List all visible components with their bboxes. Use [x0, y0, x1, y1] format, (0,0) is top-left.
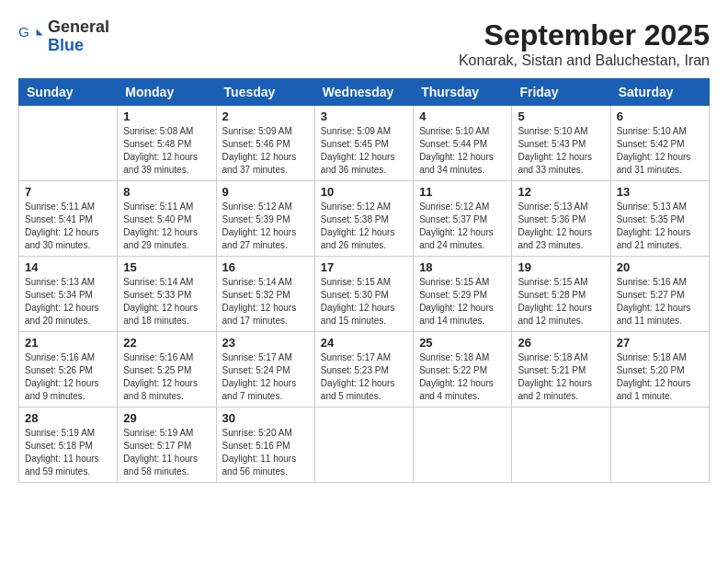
day-info: Sunrise: 5:12 AM Sunset: 5:37 PM Dayligh… [419, 201, 506, 252]
calendar-cell: 11Sunrise: 5:12 AM Sunset: 5:37 PM Dayli… [414, 181, 512, 257]
day-number: 6 [617, 109, 703, 123]
calendar-cell: 22Sunrise: 5:16 AM Sunset: 5:25 PM Dayli… [118, 332, 216, 408]
day-number: 24 [321, 336, 407, 350]
calendar-cell [314, 408, 413, 483]
day-number: 20 [617, 260, 703, 274]
day-info: Sunrise: 5:14 AM Sunset: 5:32 PM Dayligh… [222, 276, 309, 327]
day-info: Sunrise: 5:12 AM Sunset: 5:38 PM Dayligh… [321, 201, 407, 252]
day-info: Sunrise: 5:19 AM Sunset: 5:18 PM Dayligh… [25, 427, 111, 478]
calendar-cell: 27Sunrise: 5:18 AM Sunset: 5:20 PM Dayli… [610, 332, 709, 408]
day-number: 25 [419, 336, 506, 350]
day-number: 19 [518, 260, 604, 274]
calendar-cell: 1Sunrise: 5:08 AM Sunset: 5:48 PM Daylig… [118, 106, 216, 181]
logo-general: General [48, 18, 109, 37]
day-info: Sunrise: 5:18 AM Sunset: 5:22 PM Dayligh… [419, 351, 506, 403]
day-info: Sunrise: 5:16 AM Sunset: 5:26 PM Dayligh… [25, 351, 111, 403]
day-info: Sunrise: 5:13 AM Sunset: 5:35 PM Dayligh… [617, 201, 703, 252]
day-info: Sunrise: 5:10 AM Sunset: 5:44 PM Dayligh… [419, 125, 506, 177]
logo-text: General Blue [48, 18, 109, 55]
day-info: Sunrise: 5:16 AM Sunset: 5:25 PM Dayligh… [123, 351, 210, 403]
weekday-header-monday: Monday [118, 79, 216, 106]
calendar-cell: 8Sunrise: 5:11 AM Sunset: 5:40 PM Daylig… [118, 181, 216, 257]
day-number: 29 [123, 411, 210, 425]
calendar-cell: 21Sunrise: 5:16 AM Sunset: 5:26 PM Dayli… [19, 332, 118, 408]
calendar-cell: 25Sunrise: 5:18 AM Sunset: 5:22 PM Dayli… [414, 332, 512, 408]
day-info: Sunrise: 5:14 AM Sunset: 5:33 PM Dayligh… [123, 276, 210, 327]
day-number: 26 [518, 336, 604, 350]
calendar-cell [512, 408, 610, 483]
weekday-header-sunday: Sunday [19, 79, 118, 106]
weekday-header-wednesday: Wednesday [314, 79, 413, 106]
logo-blue: Blue [48, 37, 109, 55]
week-row-5: 28Sunrise: 5:19 AM Sunset: 5:18 PM Dayli… [19, 408, 710, 483]
day-number: 22 [123, 336, 210, 350]
weekday-header-tuesday: Tuesday [216, 79, 314, 106]
week-row-2: 7Sunrise: 5:11 AM Sunset: 5:41 PM Daylig… [19, 181, 710, 257]
day-number: 11 [419, 185, 506, 199]
day-number: 30 [222, 411, 309, 425]
day-number: 2 [222, 109, 309, 123]
calendar-cell: 24Sunrise: 5:17 AM Sunset: 5:23 PM Dayli… [314, 332, 413, 408]
weekday-header-friday: Friday [512, 79, 610, 106]
day-number: 5 [518, 109, 604, 123]
day-number: 18 [419, 260, 506, 274]
day-number: 14 [25, 260, 111, 274]
calendar-cell: 13Sunrise: 5:13 AM Sunset: 5:35 PM Dayli… [610, 181, 709, 257]
day-number: 7 [25, 185, 111, 199]
calendar-cell: 3Sunrise: 5:09 AM Sunset: 5:45 PM Daylig… [314, 106, 413, 181]
day-number: 27 [617, 336, 703, 350]
calendar-cell: 9Sunrise: 5:12 AM Sunset: 5:39 PM Daylig… [216, 181, 314, 257]
calendar-cell: 14Sunrise: 5:13 AM Sunset: 5:34 PM Dayli… [19, 257, 118, 332]
day-number: 10 [321, 185, 407, 199]
day-number: 12 [518, 185, 604, 199]
calendar-table: SundayMondayTuesdayWednesdayThursdayFrid… [18, 78, 710, 483]
page-header: G General Blue September 2025 Konarak, S… [18, 18, 710, 69]
day-info: Sunrise: 5:10 AM Sunset: 5:42 PM Dayligh… [617, 125, 703, 177]
day-number: 16 [222, 260, 309, 274]
day-info: Sunrise: 5:08 AM Sunset: 5:48 PM Dayligh… [123, 125, 210, 177]
day-number: 23 [222, 336, 309, 350]
day-number: 17 [321, 260, 407, 274]
month-title: September 2025 [459, 18, 710, 52]
day-info: Sunrise: 5:09 AM Sunset: 5:46 PM Dayligh… [222, 125, 309, 177]
day-number: 8 [123, 185, 210, 199]
day-info: Sunrise: 5:17 AM Sunset: 5:24 PM Dayligh… [222, 351, 309, 403]
day-info: Sunrise: 5:10 AM Sunset: 5:43 PM Dayligh… [518, 125, 604, 177]
calendar-cell: 17Sunrise: 5:15 AM Sunset: 5:30 PM Dayli… [314, 257, 413, 332]
week-row-1: 1Sunrise: 5:08 AM Sunset: 5:48 PM Daylig… [19, 106, 710, 181]
day-info: Sunrise: 5:12 AM Sunset: 5:39 PM Dayligh… [222, 201, 309, 252]
calendar-cell: 18Sunrise: 5:15 AM Sunset: 5:29 PM Dayli… [414, 257, 512, 332]
calendar-cell: 12Sunrise: 5:13 AM Sunset: 5:36 PM Dayli… [512, 181, 610, 257]
day-info: Sunrise: 5:15 AM Sunset: 5:30 PM Dayligh… [321, 276, 407, 327]
logo: G General Blue [18, 18, 109, 55]
calendar-cell: 16Sunrise: 5:14 AM Sunset: 5:32 PM Dayli… [216, 257, 314, 332]
weekday-header-row: SundayMondayTuesdayWednesdayThursdayFrid… [19, 79, 710, 106]
day-info: Sunrise: 5:16 AM Sunset: 5:27 PM Dayligh… [617, 276, 703, 327]
calendar-cell: 6Sunrise: 5:10 AM Sunset: 5:42 PM Daylig… [610, 106, 709, 181]
calendar-cell [19, 106, 118, 181]
weekday-header-thursday: Thursday [414, 79, 512, 106]
day-info: Sunrise: 5:18 AM Sunset: 5:20 PM Dayligh… [617, 351, 703, 403]
svg-text:G: G [18, 24, 29, 40]
day-info: Sunrise: 5:13 AM Sunset: 5:36 PM Dayligh… [518, 201, 604, 252]
calendar-cell: 2Sunrise: 5:09 AM Sunset: 5:46 PM Daylig… [216, 106, 314, 181]
svg-marker-1 [37, 29, 43, 35]
day-info: Sunrise: 5:13 AM Sunset: 5:34 PM Dayligh… [25, 276, 111, 327]
calendar-cell: 26Sunrise: 5:18 AM Sunset: 5:21 PM Dayli… [512, 332, 610, 408]
calendar-cell: 19Sunrise: 5:15 AM Sunset: 5:28 PM Dayli… [512, 257, 610, 332]
calendar-cell [610, 408, 709, 483]
day-number: 13 [617, 185, 703, 199]
calendar-cell [414, 408, 512, 483]
day-info: Sunrise: 5:11 AM Sunset: 5:41 PM Dayligh… [25, 201, 111, 252]
day-info: Sunrise: 5:17 AM Sunset: 5:23 PM Dayligh… [321, 351, 407, 403]
day-number: 3 [321, 109, 407, 123]
day-number: 15 [123, 260, 210, 274]
title-block: September 2025 Konarak, Sistan and Baluc… [459, 18, 710, 69]
day-number: 21 [25, 336, 111, 350]
day-info: Sunrise: 5:18 AM Sunset: 5:21 PM Dayligh… [518, 351, 604, 403]
calendar-cell: 20Sunrise: 5:16 AM Sunset: 5:27 PM Dayli… [610, 257, 709, 332]
day-number: 9 [222, 185, 309, 199]
day-info: Sunrise: 5:09 AM Sunset: 5:45 PM Dayligh… [321, 125, 407, 177]
day-number: 28 [25, 411, 111, 425]
week-row-3: 14Sunrise: 5:13 AM Sunset: 5:34 PM Dayli… [19, 257, 710, 332]
